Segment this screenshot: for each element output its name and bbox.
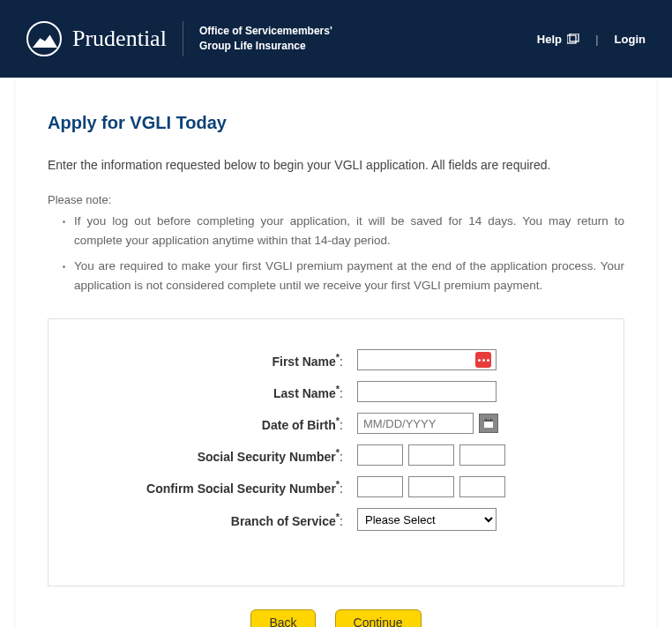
ssn-input-1[interactable] (357, 444, 403, 466)
autofill-icon[interactable] (475, 352, 491, 368)
ssn-input-3[interactable] (459, 444, 505, 466)
row-branch: Branch of Service*: Please Select (84, 508, 588, 531)
row-last-name: Last Name*: (84, 381, 588, 402)
row-ssn: Social Security Number*: (84, 444, 588, 466)
note-item: If you log out before completing your ap… (74, 212, 624, 251)
prudential-rock-icon (26, 21, 62, 56)
svg-rect-1 (570, 34, 579, 41)
office-line2: Group Life Insurance (199, 39, 332, 54)
ssn-input-2[interactable] (408, 444, 454, 466)
logo-area: Prudential (26, 21, 167, 56)
row-first-name: First Name*: (84, 349, 588, 370)
ssn-confirm-input-3[interactable] (459, 476, 505, 497)
page-title: Apply for VGLI Today (48, 113, 624, 133)
svg-rect-4 (486, 419, 488, 422)
branch-select[interactable]: Please Select (357, 508, 497, 531)
note-item: You are required to make your first VGLI… (74, 257, 624, 296)
brand-name: Prudential (72, 26, 167, 52)
dob-label: Date of Birth*: (84, 415, 357, 432)
svg-rect-5 (490, 419, 492, 422)
ssn-label: Social Security Number*: (84, 447, 357, 464)
main-content: Apply for VGLI Today Enter the informati… (16, 78, 656, 627)
calendar-icon (483, 418, 494, 429)
ssn-confirm-input-1[interactable] (357, 476, 403, 497)
header-divider (183, 21, 183, 56)
dob-input[interactable] (357, 413, 474, 434)
notes-list: If you log out before completing your ap… (48, 212, 624, 295)
calendar-button[interactable] (479, 414, 498, 433)
last-name-label: Last Name*: (84, 384, 357, 400)
row-dob: Date of Birth*: (84, 413, 588, 434)
branch-label: Branch of Service*: (84, 511, 357, 528)
office-line1: Office of Servicemembers' (199, 24, 332, 39)
last-name-input[interactable] (357, 381, 497, 402)
help-link[interactable]: Help (537, 33, 579, 46)
row-ssn-confirm: Confirm Social Security Number*: (84, 476, 588, 497)
back-button[interactable]: Back (250, 609, 315, 627)
ssn-confirm-label: Confirm Social Security Number*: (84, 479, 357, 496)
office-title: Office of Servicemembers' Group Life Ins… (199, 24, 332, 54)
login-link[interactable]: Login (615, 33, 646, 46)
note-label: Please note: (48, 193, 624, 206)
first-name-label: First Name*: (84, 352, 357, 369)
app-header: Prudential Office of Servicemembers' Gro… (0, 0, 672, 78)
form-card: First Name*: Last Name*: Date of Birth*: (48, 318, 624, 586)
intro-text: Enter the information requested below to… (48, 158, 624, 172)
external-link-icon (567, 34, 579, 44)
svg-rect-0 (567, 35, 576, 43)
ssn-confirm-input-2[interactable] (408, 476, 454, 497)
continue-button[interactable]: Continue (335, 609, 422, 627)
header-right: Help | Login (537, 33, 646, 46)
help-label: Help (537, 33, 562, 46)
button-row: Back Continue (48, 609, 624, 627)
header-separator: | (595, 33, 599, 46)
